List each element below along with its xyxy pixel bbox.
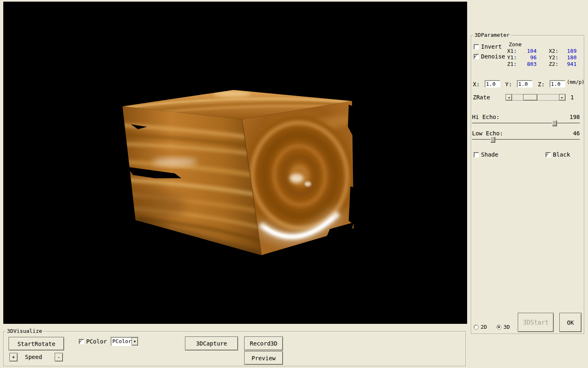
preview-button[interactable]: Preview xyxy=(244,351,283,365)
right-arrow-icon: ► xyxy=(561,96,564,99)
denoise-label: Denoise xyxy=(481,54,505,60)
radio-3d-label: 3D xyxy=(503,324,510,330)
pcolor-select[interactable]: PColor ▼ xyxy=(111,337,138,346)
check-icon: ✓ xyxy=(546,152,549,157)
speed-plus-button[interactable]: + xyxy=(9,353,18,361)
shade-label: Shade xyxy=(481,152,498,158)
zrate-scroll-right-button[interactable]: ► xyxy=(559,94,566,101)
zrate-value: 1 xyxy=(570,94,574,101)
visualize-groupbox: 3DVisualize StartRotate ✓ PColor PColor … xyxy=(3,331,466,366)
zone-z2-label: Z2: xyxy=(549,61,558,67)
zone-y1-label: Y1: xyxy=(507,55,517,61)
zone-title: Zone xyxy=(509,42,521,47)
hi-echo-slider-track[interactable] xyxy=(472,123,580,123)
record-3d-button[interactable]: Record3D xyxy=(244,337,283,350)
pcolor-select-arrow-button[interactable]: ▼ xyxy=(131,337,138,346)
zrate-scrollbar-thumb[interactable] xyxy=(523,94,537,101)
zone-x1-label: X1: xyxy=(507,48,517,54)
capture-3d-button[interactable]: 3DCapture xyxy=(185,337,238,350)
parameter-groupbox: 3DParameter Invert ✓ Denoise Zone X1: 10… xyxy=(471,35,584,334)
zone-z1-label: Z1: xyxy=(507,61,517,67)
zone-y2-value: 180 xyxy=(560,55,577,61)
low-echo-slider-thumb[interactable] xyxy=(490,137,495,142)
scale-y-label: Y: xyxy=(505,81,512,88)
hi-echo-value: 198 xyxy=(564,114,580,120)
check-icon: ✓ xyxy=(474,54,477,59)
black-checkbox[interactable]: ✓ xyxy=(546,152,551,157)
black-label: Black xyxy=(553,152,570,158)
pcolor-checkbox-label: PColor xyxy=(86,339,107,345)
hi-echo-label: Hi Echo: xyxy=(472,114,499,120)
zone-y2-label: Y2: xyxy=(549,55,558,61)
zone-y1-value: 96 xyxy=(520,55,537,61)
scale-x-label: X: xyxy=(473,81,480,88)
zone-z2-value: 941 xyxy=(560,61,577,67)
low-echo-value: 46 xyxy=(564,130,580,137)
zone-x2-value: 189 xyxy=(560,48,577,54)
denoise-checkbox[interactable]: ✓ xyxy=(474,54,479,59)
radio-2d-label: 2D xyxy=(481,324,487,330)
zrate-scrollbar[interactable]: ◄ ► xyxy=(506,94,566,101)
zrate-scroll-left-button[interactable]: ◄ xyxy=(506,94,512,101)
start-3d-button[interactable]: 3DStart xyxy=(518,313,554,332)
pcolor-select-value: PColor xyxy=(111,337,131,346)
low-echo-slider-track[interactable] xyxy=(472,139,580,140)
hi-echo-slider-thumb[interactable] xyxy=(552,120,557,126)
scale-z-input[interactable] xyxy=(550,80,565,88)
chevron-down-icon: ▼ xyxy=(134,340,136,343)
invert-checkbox[interactable] xyxy=(474,44,479,49)
render-viewport[interactable] xyxy=(3,2,467,324)
zrate-scrollbar-track[interactable] xyxy=(512,94,559,101)
left-arrow-icon: ◄ xyxy=(508,96,510,99)
invert-label: Invert xyxy=(481,44,502,50)
pcolor-checkbox[interactable]: ✓ xyxy=(79,339,84,344)
speed-minus-button[interactable]: - xyxy=(55,353,63,361)
zone-x1-value: 104 xyxy=(520,48,537,54)
ok-button[interactable]: OK xyxy=(559,313,581,332)
visualize-groupbox-title: 3DVisualize xyxy=(6,328,43,334)
zrate-label: ZRate xyxy=(473,94,490,101)
speed-label: Speed xyxy=(25,354,42,360)
ultrasound-volume-render[interactable] xyxy=(3,2,467,324)
parameter-groupbox-title: 3DParameter xyxy=(473,32,511,38)
scale-y-input[interactable] xyxy=(517,80,532,88)
shade-checkbox[interactable] xyxy=(474,152,479,157)
radio-3d[interactable] xyxy=(497,325,501,330)
scale-z-label: Z: xyxy=(538,81,545,88)
zone-x2-label: X2: xyxy=(549,48,558,54)
app-window: 3DParameter Invert ✓ Denoise Zone X1: 10… xyxy=(0,0,588,368)
low-echo-label: Low Echo: xyxy=(472,130,503,137)
check-icon: ✓ xyxy=(79,339,82,344)
scale-unit-label: (mm/p) xyxy=(567,80,584,85)
start-rotate-button[interactable]: StartRotate xyxy=(9,337,64,350)
scale-x-input[interactable] xyxy=(485,80,500,88)
radio-2d[interactable] xyxy=(474,325,479,330)
zone-z1-value: 803 xyxy=(520,61,537,67)
